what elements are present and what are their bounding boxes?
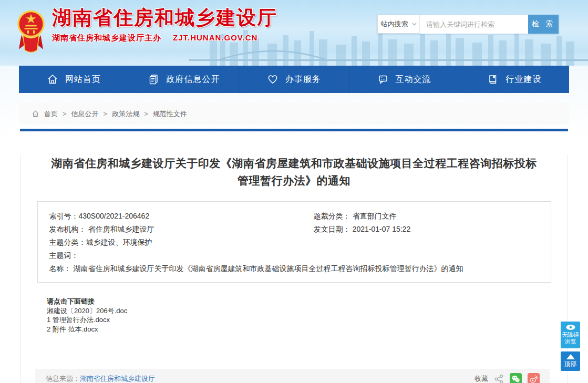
site-subtitle-row: 湖南省住房和城乡建设厅主办 ZJT.HUNAN.GOV.CN: [52, 33, 277, 43]
meta-value: 城乡建设、环境保护: [86, 238, 152, 246]
source-link[interactable]: 湖南省住房和城乡建设厅: [80, 374, 155, 383]
attachment-link-template[interactable]: 2 附件 范本.docx: [47, 325, 568, 334]
nav-item-label: 互动交流: [396, 74, 431, 85]
back-to-top-button[interactable]: 顶部: [561, 351, 580, 371]
nav-item-label: 网站首页: [65, 74, 101, 85]
site-title: 湖南省住房和城乡建设厅: [52, 6, 277, 29]
chevron-down-icon: [412, 23, 417, 26]
meta-keywords: 主题词：: [49, 249, 314, 262]
attachment-link-doc[interactable]: 湘建设〔2020〕206号.doc: [47, 306, 568, 316]
breadcrumb-home[interactable]: 首页: [44, 109, 58, 119]
search-scope-dropdown[interactable]: 站内搜索: [377, 15, 419, 34]
attachments-heading: 请点击下面链接: [47, 297, 568, 306]
share-icon[interactable]: [494, 374, 504, 383]
source-row: 信息来源： 湖南省住房和城乡建设厅 收藏: [35, 369, 550, 383]
favorite-button[interactable]: 收藏: [474, 374, 488, 383]
main-nav: 网站首页 政府信息公开 办事服务 互动交: [19, 66, 569, 93]
meta-value: 湖南省住房和城乡建设厅关于印发《湖南省房屋建筑和市政基础设施项目全过程工程咨询招…: [71, 264, 463, 273]
brand: 湖南省住房和城乡建设厅 湖南省住房和城乡建设厅主办 ZJT.HUNAN.GOV.…: [17, 5, 277, 57]
breadcrumb-normative-docs[interactable]: 规范性文件: [153, 109, 187, 119]
meta-value: 省住房和城乡建设厅: [86, 225, 154, 233]
nav-item-gov-info[interactable]: 政府信息公开: [129, 66, 239, 93]
search-button[interactable]: 检 索: [528, 15, 559, 34]
breadcrumb-policies[interactable]: 政策法规: [112, 109, 139, 119]
accent-bar: [20, 129, 568, 131]
meta-label: 名称：: [49, 264, 71, 273]
meta-spacer: [314, 249, 539, 262]
accessibility-button[interactable]: 无障碍 浏览: [561, 322, 580, 348]
search-scope-label: 站内搜索: [381, 19, 408, 29]
nav-item-industry[interactable]: 行业建设: [459, 66, 569, 93]
meta-label: 发文日期：: [314, 225, 350, 233]
meta-label: 发布机构：: [49, 225, 86, 233]
nav-item-label: 政府信息公开: [166, 74, 220, 85]
wechat-icon[interactable]: [510, 373, 522, 383]
nav-item-services[interactable]: 办事服务: [239, 66, 349, 93]
attachment-link-measures[interactable]: 1 管理暂行办法.docx: [47, 315, 568, 325]
article-panel: 湖南省住房和城乡建设厅关于印发《湖南省房屋建筑和市政基础设施项目全过程工程咨询招…: [20, 154, 568, 383]
source-label: 信息来源：: [46, 374, 80, 383]
page: 湖南省住房和城乡建设厅 湖南省住房和城乡建设厅主办 ZJT.HUNAN.GOV.…: [0, 0, 588, 383]
site-header: 湖南省住房和城乡建设厅 湖南省住房和城乡建设厅主办 ZJT.HUNAN.GOV.…: [0, 0, 588, 66]
meta-value: 省直部门文件: [350, 212, 397, 220]
home-icon: [47, 74, 58, 85]
site-subtitle: 湖南省住房和城乡建设厅主办: [52, 33, 161, 43]
accessibility-label-line1: 无障碍: [561, 332, 580, 338]
meta-value: 430S00/2021-206462: [79, 212, 150, 220]
meta-label: 题裁分类：: [314, 212, 350, 220]
search-bar: 站内搜索 检 索: [377, 15, 559, 34]
meta-label: 主题词：: [49, 251, 79, 260]
article-title: 湖南省住房和城乡建设厅关于印发《湖南省房屋建筑和市政基础设施项目全过程工程咨询招…: [50, 154, 539, 189]
nav-item-label: 办事服务: [285, 74, 321, 85]
document-meta-box: 索引号：430S00/2021-206462 题裁分类： 省直部门文件 发布机构…: [37, 201, 551, 283]
weibo-icon[interactable]: [528, 373, 540, 383]
nav-item-home[interactable]: 网站首页: [19, 66, 129, 93]
nav-item-interaction[interactable]: 互动交流: [349, 66, 459, 93]
home-icon: [32, 110, 39, 118]
back-to-top-label: 顶部: [561, 360, 580, 368]
meta-value: 2021-01-07 15:22: [350, 225, 410, 233]
share-group: 收藏: [474, 373, 540, 383]
breadcrumb-separator: >: [63, 110, 67, 118]
national-emblem-logo: [17, 5, 45, 57]
meta-spacer: [314, 236, 539, 249]
brand-text: 湖南省住房和城乡建设厅 湖南省住房和城乡建设厅主办 ZJT.HUNAN.GOV.…: [52, 5, 277, 43]
breadcrumb-separator: >: [104, 110, 108, 118]
arrow-up-icon: [566, 354, 575, 359]
meta-index-number: 索引号：430S00/2021-206462: [49, 210, 314, 223]
breadcrumb-info-disclosure[interactable]: 信息公开: [71, 109, 99, 119]
meta-issuing-agency: 发布机构： 省住房和城乡建设厅: [49, 223, 314, 236]
floating-buttons: 无障碍 浏览 顶部: [561, 322, 580, 371]
nav-item-label: 行业建设: [506, 74, 541, 85]
eye-icon: [565, 324, 576, 330]
meta-issue-date: 发文日期： 2021-01-07 15:22: [314, 223, 539, 236]
breadcrumb-separator: >: [144, 110, 148, 118]
meta-genre: 题裁分类： 省直部门文件: [314, 210, 539, 223]
document-icon: [148, 74, 159, 85]
meta-label: 主题分类：: [49, 238, 86, 246]
chat-icon: [377, 74, 389, 85]
heart-icon: [267, 74, 278, 85]
breadcrumb: 首页 > 信息公开 > 政策法规 > 规范性文件: [19, 103, 569, 125]
accessibility-label-line2: 浏览: [561, 338, 580, 345]
meta-label: 索引号：: [49, 212, 79, 220]
site-url: ZJT.HUNAN.GOV.CN: [173, 33, 257, 43]
meta-topic-category: 主题分类：城乡建设、环境保护: [49, 236, 314, 249]
meta-document-name: 名称： 湖南省住房和城乡建设厅关于印发《湖南省房屋建筑和市政基础设施项目全过程工…: [49, 262, 539, 275]
book-icon: [487, 74, 499, 85]
attachments-section: 请点击下面链接 湘建设〔2020〕206号.doc 1 管理暂行办法.docx …: [47, 297, 568, 334]
search-input[interactable]: [419, 15, 528, 34]
